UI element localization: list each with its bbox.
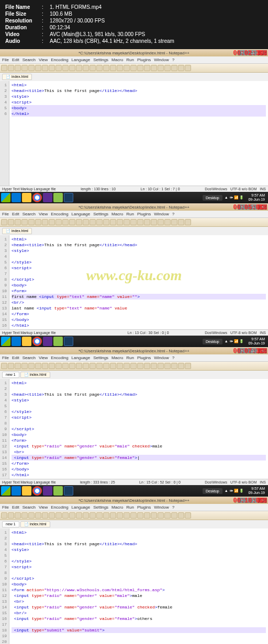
code-line[interactable]: <input type="radio" name="gender" value=… <box>12 455 266 461</box>
toolbar-button[interactable] <box>8 219 14 225</box>
menu-item[interactable]: View <box>39 58 48 62</box>
menu-item[interactable]: Language <box>72 212 91 216</box>
menu-item[interactable]: Edit <box>12 58 19 62</box>
code-area[interactable]: <html><head><title>This is the first pag… <box>9 235 268 329</box>
toolbar-button[interactable] <box>49 219 55 225</box>
toolbar-button[interactable] <box>158 512 164 519</box>
code-line[interactable]: </form> <box>12 461 266 466</box>
menu-item[interactable]: File <box>2 505 9 510</box>
toolbar-button[interactable] <box>90 65 96 71</box>
menu-item[interactable]: Language <box>72 505 91 510</box>
menu-item[interactable]: View <box>39 355 48 360</box>
toolbar-button[interactable] <box>15 363 21 369</box>
toolbar-button[interactable] <box>130 512 137 519</box>
toolbar-button[interactable] <box>62 65 69 71</box>
toolbar-button[interactable] <box>137 363 143 369</box>
menu-item[interactable]: Search <box>23 58 36 62</box>
toolbar-button[interactable] <box>178 363 184 369</box>
code-line[interactable]: <body> <box>12 581 266 587</box>
code-line[interactable]: <form> <box>12 438 266 443</box>
code-line[interactable]: <input type="radio" name="gender" value=… <box>12 593 266 599</box>
menu-item[interactable]: Window <box>154 212 169 216</box>
taskbar-icon[interactable] <box>43 486 52 496</box>
start-button[interactable] <box>1 337 10 346</box>
toolbar-button[interactable] <box>137 65 143 71</box>
code-line[interactable]: <script> <box>12 415 266 420</box>
code-line[interactable]: <form action="https://www.w3schools.com/… <box>12 587 266 593</box>
code-line[interactable]: </html> <box>12 323 266 328</box>
toolbar-button[interactable] <box>90 363 96 369</box>
menu-item[interactable]: Encoding <box>51 58 68 62</box>
toolbar-button[interactable] <box>76 363 82 369</box>
toolbar-button[interactable] <box>130 65 137 71</box>
menu-item[interactable]: Edit <box>12 355 19 360</box>
code-line[interactable]: <form> <box>12 288 266 294</box>
tray-clock[interactable]: 9:57 AM09-Jun-19 <box>246 337 267 346</box>
toolbar-button[interactable] <box>158 219 164 225</box>
toolbar-button[interactable] <box>103 219 109 225</box>
menu-item[interactable]: Edit <box>12 212 19 216</box>
toolbar-button[interactable] <box>62 512 69 519</box>
menu-item[interactable]: Encoding <box>51 355 68 360</box>
toolbar-button[interactable] <box>110 512 116 519</box>
code-line[interactable]: <body> <box>12 282 266 288</box>
toolbar-button[interactable] <box>185 363 191 369</box>
code-area[interactable]: <html><head><title>This is the first pag… <box>9 81 268 186</box>
code-line[interactable] <box>12 639 266 644</box>
toolbar-button[interactable] <box>42 219 48 225</box>
toolbar-button[interactable] <box>110 363 116 369</box>
menu-item[interactable]: File <box>2 355 9 360</box>
toolbar-button[interactable] <box>171 512 177 519</box>
menu-item[interactable]: ? <box>172 505 174 510</box>
toolbar-button[interactable] <box>55 219 62 225</box>
code-line[interactable]: </form> <box>12 311 266 317</box>
toolbar-button[interactable] <box>144 363 150 369</box>
code-line[interactable]: <script> <box>12 99 266 105</box>
menu-item[interactable]: Macro <box>111 58 123 62</box>
code-line[interactable]: <style> <box>12 248 266 254</box>
toolbar-button[interactable] <box>28 65 35 71</box>
taskbar-icon[interactable] <box>43 337 52 346</box>
toolbar-button[interactable] <box>151 65 157 71</box>
code-line[interactable]: <head><title>This is the first page</tit… <box>12 88 266 94</box>
toolbar-button[interactable] <box>35 512 41 519</box>
taskbar-icon[interactable] <box>22 486 31 496</box>
toolbar-button[interactable] <box>124 65 130 71</box>
code-line[interactable]: </body> <box>12 466 266 472</box>
toolbar-button[interactable] <box>117 363 123 369</box>
taskbar-icon[interactable] <box>32 337 42 346</box>
code-line[interactable]: <script> <box>12 265 266 271</box>
menu-item[interactable]: Search <box>23 212 36 216</box>
toolbar-button[interactable] <box>76 219 82 225</box>
taskbar-icon[interactable] <box>64 486 73 496</box>
tray-icon[interactable]: ▲ 🕪 📶 🔋 <box>225 339 244 343</box>
menu-item[interactable]: Search <box>23 505 36 510</box>
code-line[interactable]: <input type="radio" name="gender" value=… <box>12 604 266 610</box>
code-line[interactable]: </style> <box>12 409 266 415</box>
code-line[interactable]: last name <input type="text" name="name"… <box>12 305 266 311</box>
code-area[interactable]: <html><head><title>This is the first pag… <box>9 528 268 644</box>
menu-item[interactable]: View <box>39 212 48 216</box>
toolbar-button[interactable] <box>137 219 143 225</box>
code-line[interactable]: <input type="radio" name="gender" value=… <box>12 616 266 622</box>
menu-item[interactable]: Edit <box>12 505 19 510</box>
code-line[interactable]: <script> <box>12 564 266 570</box>
toolbar-button[interactable] <box>42 512 48 519</box>
tray-desktop[interactable]: Desktop <box>203 339 222 344</box>
code-line[interactable] <box>12 535 266 541</box>
file-tab[interactable]: new 1 <box>2 521 19 527</box>
toolbar-button[interactable] <box>69 219 75 225</box>
toolbar-button[interactable] <box>185 512 191 519</box>
toolbar-button[interactable] <box>117 65 123 71</box>
toolbar-button[interactable] <box>83 512 89 519</box>
toolbar-button[interactable] <box>171 363 177 369</box>
taskbar-icon[interactable] <box>12 486 21 496</box>
toolbar-button[interactable] <box>110 65 116 71</box>
tray-clock[interactable]: 9:57 AM09-Jun-19 <box>246 193 267 202</box>
tray-icon[interactable]: ▲ 🕪 📶 🔋 <box>225 196 244 200</box>
code-line[interactable] <box>12 570 266 576</box>
code-line[interactable]: <html> <box>12 236 266 242</box>
taskbar-icon[interactable] <box>12 193 21 202</box>
toolbar-button[interactable] <box>124 512 130 519</box>
taskbar-icon[interactable] <box>12 337 21 346</box>
